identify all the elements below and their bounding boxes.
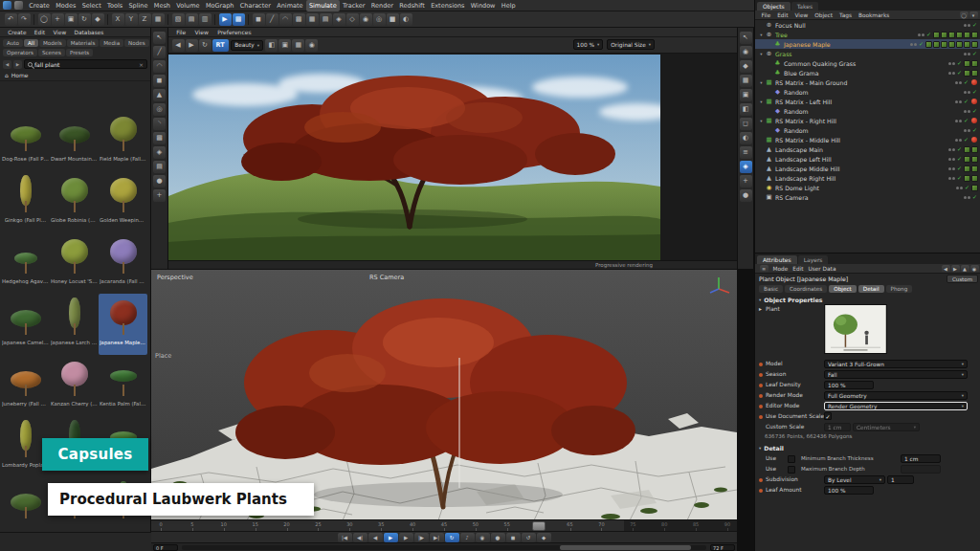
torus-primitive-icon[interactable]: ◎ [153,103,166,116]
enabled-check-icon[interactable]: ✓ [957,58,962,68]
live-selection-icon[interactable]: ◯ [38,13,51,26]
rt-render-button[interactable]: RT [212,39,229,52]
editor-visibility-dot[interactable] [948,177,951,180]
asset-plant-japanese-larch-fall-p[interactable]: Japanese Larch (Fall P… [50,294,99,355]
render-pass-dropdown[interactable]: Beauty ▾ [231,40,263,51]
keyframe-dot[interactable] [759,478,763,482]
texture-tag-icon[interactable] [956,41,963,48]
asset-plant-honey-locust-sunbur[interactable]: Honey Locust 'Sunbur… [50,232,99,294]
texture-tag-icon[interactable] [971,175,978,182]
texture-tag-icon[interactable] [971,146,978,153]
subdivision-dropdown[interactable]: By Level▾ [824,475,885,484]
object-row-rs-matrix-middle-hill[interactable]: ▦RS Matrix - Middle Hill✓ [755,135,980,144]
redshift-tag-icon[interactable] [971,79,977,85]
tab-basic[interactable]: Basic [759,285,783,293]
goto-next-key-icon[interactable]: |▶ [414,533,429,542]
menu-help[interactable]: Help [499,0,519,11]
render-view-icon[interactable]: ▧ [172,13,185,26]
tab-object[interactable]: Object [829,285,857,293]
texture-tag-icon[interactable] [956,32,963,38]
keyframe-selection-icon[interactable]: ◆ [537,533,551,542]
light-object-icon[interactable]: ◎ [373,13,386,26]
menu-create[interactable]: Create [26,0,53,11]
use-document-scale-checkbox[interactable]: ✓ [824,412,832,420]
tab-phong[interactable]: Phong [886,285,913,293]
season-dropdown[interactable]: Fall▾ [824,370,968,379]
rv-snapshot-icon[interactable]: ◉ [305,39,318,52]
editor-visibility-dot[interactable] [948,158,951,161]
mirror-tool-icon[interactable]: ◐ [740,132,752,144]
render-visibility-dot[interactable] [952,72,955,75]
asset-plant-dog-rose-fall-plant[interactable]: Dog-Rose (Fall Plant) [1,110,50,171]
editor-visibility-dot[interactable] [955,100,958,103]
render-visibility-dot[interactable] [968,110,970,113]
sound-toggle-icon[interactable]: ♪ [460,533,475,542]
tab-media[interactable]: Media [100,39,123,47]
isolate-icon[interactable]: ◻ [740,118,752,130]
primitive-cube-icon[interactable]: ◼ [253,13,265,26]
quantize-icon[interactable]: ▣ [740,89,752,101]
texture-tag-icon[interactable] [964,60,970,67]
expand-toggle-icon[interactable]: ▾ [758,119,765,123]
model-dropdown[interactable]: Variant 3 Full-Grown▾ [824,360,968,368]
editor-visibility-dot[interactable] [948,148,951,151]
quick-access-icon[interactable] [14,1,23,10]
render-visibility-dot[interactable] [952,158,955,161]
tab-coordinates[interactable]: Coordinates [785,285,827,293]
render-visibility-dot[interactable] [960,187,963,189]
texture-tag-icon[interactable] [971,32,978,38]
range-slider-handle[interactable] [560,545,691,550]
spline-arc-icon[interactable]: ◠ [153,60,166,73]
texture-tag-icon[interactable] [964,146,970,153]
menu-render[interactable]: Render [368,0,397,11]
enabled-check-icon[interactable]: ✓ [965,183,969,192]
asset-plant-hedgehog-agave-fall[interactable]: Hedgehog Agave (Fall… [1,232,50,294]
rv-channels-icon[interactable]: ▦ [292,39,304,52]
cloner-icon[interactable]: ▩ [153,132,166,144]
texture-tag-icon[interactable] [941,41,947,48]
menu-edit[interactable]: Edit [32,28,49,37]
axis-lock-z-icon[interactable]: Z [139,13,151,26]
workplane-icon[interactable]: ◧ [740,103,752,116]
render-visibility-dot[interactable] [922,33,924,36]
render-visibility-dot[interactable] [959,120,962,122]
nav-forward-icon[interactable]: ▶ [13,60,22,69]
render-settings-icon[interactable]: ▥ [199,13,212,26]
axis-tool-icon[interactable]: + [153,189,166,202]
menu-tracker[interactable]: Tracker [340,0,368,11]
texture-tag-icon[interactable] [948,41,955,48]
editor-visibility-dot[interactable] [955,139,958,142]
asset-plant-juneberry-fall-plant[interactable]: Juneberry (Fall Plant) [1,355,50,416]
menu-spline[interactable]: Spline [125,0,150,11]
enabled-check-icon[interactable]: ✓ [972,192,977,202]
asset-plant-jacaranda-fall-plant[interactable]: Jacaranda (Fall Plant) [99,232,147,294]
render-visibility-dot[interactable] [959,100,962,103]
record-keyframe-icon[interactable]: ◉ [476,533,490,542]
render-visibility-dot[interactable] [968,129,970,132]
menu-animate[interactable]: Animate [274,0,306,11]
render-mode-dropdown[interactable]: Full Geometry▾ [824,391,968,400]
texture-tag-icon[interactable] [971,156,978,163]
tab-nodes[interactable]: Nodes [124,39,149,47]
capsule-tool-icon[interactable]: ◈ [740,161,752,173]
editor-visibility-dot[interactable] [918,33,921,36]
enabled-check-icon[interactable]: ✓ [957,164,962,173]
texture-tag-icon[interactable] [941,32,947,38]
object-row-rs-matrix-left-hill[interactable]: ▾▦RS Matrix - Left Hill✓ [755,97,980,106]
axis-lock-y-icon[interactable]: Y [125,13,138,26]
field-icon[interactable]: ◈ [153,146,166,159]
simulation-scene-icon[interactable]: ▩ [233,13,245,26]
asset-plant-golden-weeping-willo[interactable]: Golden Weeping Willo… [99,171,147,232]
rotate-tool-icon[interactable]: ↻ [78,13,91,26]
section-detail[interactable]: ▾ Detail [755,443,788,452]
deformer-icon[interactable]: ◇ [346,13,359,26]
info-icon[interactable]: ● [740,189,752,202]
last-tool-icon[interactable]: ◆ [92,13,104,26]
object-row-rs-dome-light[interactable]: ◉RS Dome Light✓ [755,183,980,192]
bend-deformer-icon[interactable]: ◝ [153,118,166,130]
subdivision-value-field[interactable]: 1 [887,475,914,484]
menu-edit[interactable]: Edit [791,264,806,274]
menu-tools[interactable]: Tools [104,0,125,11]
asset-plant-dwarf-mountain-pine-f[interactable]: Dwarf Mountain Pine (F… [50,110,99,171]
goto-prev-frame-icon[interactable]: ◀ [368,533,383,542]
